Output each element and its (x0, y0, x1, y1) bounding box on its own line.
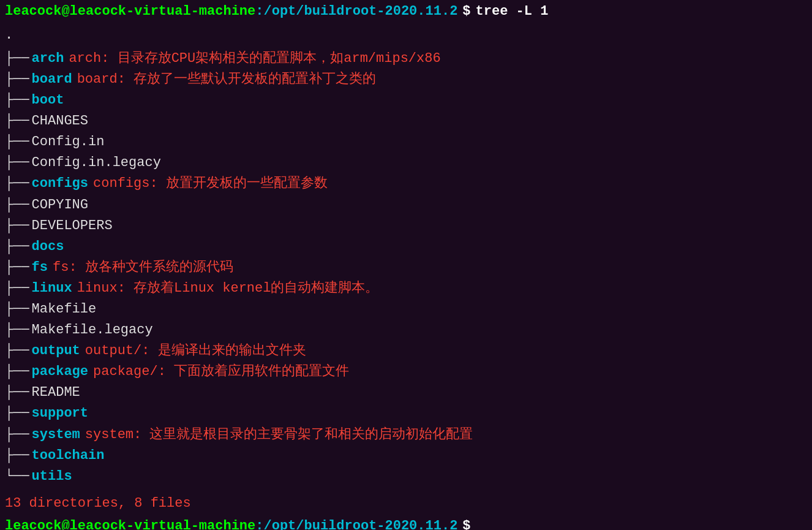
bottom-prompt-path: :/opt/buildroot-2020.11.2 (255, 517, 457, 530)
prompt-path: :/opt/buildroot-2020.11.2 (255, 2, 457, 21)
tree-item: ├── README (5, 382, 807, 403)
tree-item: ├── systemsystem: 这里就是根目录的主要骨架了和相关的启动初始化… (5, 425, 807, 445)
tree-item: ├── outputoutput/: 是编译出来的输出文件夹 (5, 341, 807, 362)
tree-item-name: docs (32, 237, 64, 257)
tree-item-name: linux (32, 278, 72, 299)
tree-item-comment: configs: 放置开发板的一些配置参数 (93, 173, 328, 194)
tree-container: ├── archarch: 目录存放CPU架构相关的配置脚本，如arm/mips… (0, 47, 812, 488)
tree-branch-icon: ├── (5, 382, 29, 403)
tree-item: ├── Config.in (5, 132, 807, 153)
tree-item: ├── CHANGES (5, 111, 807, 132)
tree-branch-icon: ├── (5, 216, 29, 237)
prompt-line: leacock@leacock-virtual-machine :/opt/bu… (0, 0, 812, 24)
tree-item: ├── configsconfigs: 放置开发板的一些配置参数 (5, 173, 807, 194)
tree-item-name: configs (32, 173, 88, 194)
tree-branch-icon: ├── (5, 362, 29, 382)
tree-item-name: README (32, 382, 80, 403)
tree-item: ├── docs (5, 237, 807, 257)
tree-branch-icon: ├── (5, 237, 29, 257)
tree-item-comment: system: 这里就是根目录的主要骨架了和相关的启动初始化配置 (85, 425, 473, 445)
tree-branch-icon: ├── (5, 278, 29, 299)
tree-item-name: Config.in (32, 132, 105, 153)
tree-branch-icon: ├── (5, 111, 29, 132)
tree-item: ├── archarch: 目录存放CPU架构相关的配置脚本，如arm/mips… (5, 48, 807, 69)
tree-item: ├── Config.in.legacy (5, 153, 807, 173)
tree-branch-icon: ├── (5, 403, 29, 424)
tree-item-comment: package/: 下面放着应用软件的配置文件 (93, 362, 349, 382)
tree-item-comment: output/: 是编译出来的输出文件夹 (85, 341, 306, 362)
tree-branch-icon: ├── (5, 257, 29, 278)
tree-item: ├── toolchain (5, 445, 807, 466)
tree-item-name: support (32, 403, 88, 424)
tree-item: └── utils (5, 466, 807, 487)
tree-item-name: boot (32, 90, 64, 111)
tree-branch-icon: ├── (5, 341, 29, 362)
tree-item-name: DEVELOPERS (32, 216, 113, 237)
tree-item-name: Config.in.legacy (32, 153, 161, 173)
prompt-user: leacock@leacock-virtual-machine (5, 2, 255, 21)
tree-item-name: COPYING (32, 195, 88, 216)
tree-item-name: Makefile (32, 299, 97, 320)
tree-item: ├── boardboard: 存放了一些默认开发板的配置补丁之类的 (5, 69, 807, 90)
tree-item: ├── linuxlinux: 存放着Linux kernel的自动构建脚本。 (5, 278, 807, 299)
tree-branch-icon: ├── (5, 90, 29, 111)
tree-item-name: system (32, 425, 80, 445)
tree-item: ├── COPYING (5, 195, 807, 216)
prompt-dollar: $ (462, 2, 470, 21)
tree-item-name: CHANGES (32, 111, 88, 132)
tree-item: ├── Makefile.legacy (5, 320, 807, 341)
bottom-prompt-line: leacock@leacock-virtual-machine :/opt/bu… (0, 516, 812, 530)
bottom-prompt-user: leacock@leacock-virtual-machine (5, 517, 255, 530)
tree-item-comment: board: 存放了一些默认开发板的配置补丁之类的 (77, 69, 376, 90)
tree-root-dot: . (0, 24, 812, 47)
tree-item-name: toolchain (32, 445, 105, 466)
tree-branch-icon: ├── (5, 299, 29, 320)
bottom-prompt-dollar: $ (462, 517, 470, 530)
tree-item: ├── fsfs: 放各种文件系统的源代码 (5, 257, 807, 278)
tree-item-name: arch (32, 48, 64, 69)
tree-item-comment: fs: 放各种文件系统的源代码 (53, 257, 233, 278)
tree-branch-icon: ├── (5, 445, 29, 466)
tree-branch-icon: ├── (5, 132, 29, 153)
tree-item: ├── DEVELOPERS (5, 216, 807, 237)
summary-line: 13 directories, 8 files (0, 488, 812, 516)
tree-branch-icon: ├── (5, 48, 29, 69)
tree-item: ├── boot (5, 90, 807, 111)
tree-item-comment: linux: 存放着Linux kernel的自动构建脚本。 (77, 278, 379, 299)
tree-item-name: Makefile.legacy (32, 320, 153, 341)
tree-branch-icon: ├── (5, 173, 29, 194)
tree-item: ├── Makefile (5, 299, 807, 320)
terminal: leacock@leacock-virtual-machine :/opt/bu… (0, 0, 812, 530)
tree-branch-icon: └── (5, 466, 29, 487)
tree-item-name: package (32, 362, 88, 382)
tree-item: ├── support (5, 403, 807, 424)
tree-branch-icon: ├── (5, 153, 29, 173)
tree-item-comment: arch: 目录存放CPU架构相关的配置脚本，如arm/mips/x86 (69, 48, 440, 69)
tree-item-name: fs (32, 257, 48, 278)
tree-branch-icon: ├── (5, 320, 29, 341)
tree-branch-icon: ├── (5, 69, 29, 90)
tree-item: ├── packagepackage/: 下面放着应用软件的配置文件 (5, 362, 807, 382)
tree-item-name: board (32, 69, 72, 90)
tree-branch-icon: ├── (5, 425, 29, 445)
tree-branch-icon: ├── (5, 195, 29, 216)
tree-item-name: utils (32, 466, 72, 487)
prompt-command: tree -L 1 (476, 2, 549, 21)
tree-item-name: output (32, 341, 80, 362)
